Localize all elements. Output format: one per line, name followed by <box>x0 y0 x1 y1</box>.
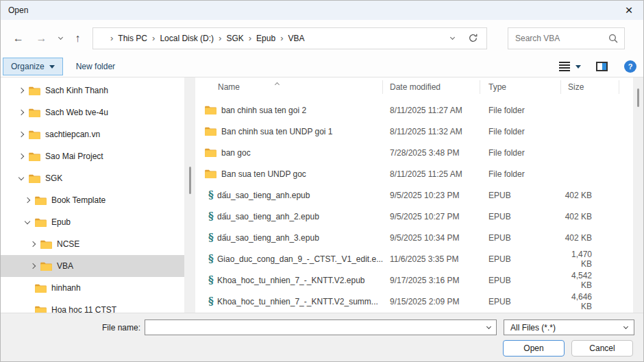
sort-ascending-icon[interactable] <box>275 79 279 88</box>
sidebar-scrollbar[interactable] <box>184 77 195 313</box>
file-row[interactable]: ban chinh sua ten goi 28/11/2025 11:27 A… <box>195 99 633 121</box>
file-size: 402 KB <box>561 233 619 243</box>
file-date-modified: 11/6/2025 3:35 PM <box>383 254 480 264</box>
file-type-select[interactable]: All Files (*.*) <box>504 319 634 335</box>
folder-icon <box>35 196 47 205</box>
sidebar-item-label: VBA <box>57 261 73 271</box>
chevron-right-icon[interactable] <box>17 110 25 114</box>
search-input[interactable]: Search VBA <box>508 27 625 49</box>
folder-icon <box>205 127 216 136</box>
list-scrollbar-thumb[interactable] <box>637 88 639 107</box>
address-bar[interactable]: ›This PC›Local Disk (D:)›SGK›Epub›VBA <box>92 27 487 49</box>
sidebar-item-sachtiepcan-vn[interactable]: sachtiepcan.vn <box>1 123 184 145</box>
sidebar-item-label: Epub <box>51 217 71 227</box>
chevron-down-icon[interactable] <box>23 221 32 224</box>
organize-button[interactable]: Organize <box>3 58 63 75</box>
folder-icon <box>40 262 52 271</box>
file-row[interactable]: §Giao_duc_cong_dan_9_-_CTST._V1_edit.e..… <box>195 248 633 269</box>
open-file-dialog: Open × ← → ↑ ›This PC›Local Disk (D:)›SG… <box>0 0 644 362</box>
chevron-right-icon[interactable] <box>17 132 25 136</box>
epub-file-icon: § <box>205 211 217 221</box>
column-header-size[interactable]: Size <box>561 80 619 94</box>
file-row[interactable]: §dấu_sao_tieng_anh_3.epub9/5/2025 10:34 … <box>195 227 633 248</box>
breadcrumb-separator-icon: › <box>147 33 160 43</box>
file-type: File folder <box>480 127 561 136</box>
file-type: EPUB <box>480 254 561 264</box>
sidebar-item-book-template[interactable]: Book Template <box>1 189 184 211</box>
new-folder-button[interactable]: New folder <box>76 62 115 71</box>
titlebar: Open × <box>1 1 643 20</box>
file-row[interactable]: Ban sua ten UNDP goc8/11/2025 11:25 AMFi… <box>195 163 633 184</box>
column-header-name[interactable]: Name <box>195 80 383 94</box>
views-caret-icon[interactable] <box>575 65 581 69</box>
sidebar-item-sgk[interactable]: SGK <box>1 167 184 189</box>
chevron-right-icon[interactable] <box>29 242 37 246</box>
folder-icon <box>205 169 216 178</box>
address-dropdown-chevron-icon[interactable] <box>450 34 455 39</box>
sidebar-item-label: NCSE <box>57 239 79 249</box>
recent-locations-chevron-icon[interactable] <box>58 34 63 39</box>
breadcrumb-item-sgk[interactable]: SGK <box>226 34 243 43</box>
list-header: Name Date modified Type Size <box>195 77 633 97</box>
sidebar-item-vba[interactable]: VBA <box>1 255 184 277</box>
sidebar-item-ncse[interactable]: NCSE <box>1 233 184 255</box>
file-size: 402 KB <box>561 212 619 221</box>
column-header-date-modified[interactable]: Date modified <box>383 80 480 94</box>
list-scrollbar[interactable] <box>633 77 643 313</box>
file-row[interactable]: §dấu_sao_tieng_anh.epub9/5/2025 10:23 PM… <box>195 184 633 206</box>
breadcrumb-item-local-disk-d[interactable]: Local Disk (D:) <box>160 34 214 43</box>
epub-file-icon: § <box>205 232 217 243</box>
folder-icon <box>29 174 40 183</box>
chevron-down-icon[interactable] <box>17 178 25 180</box>
file-type: EPUB <box>480 212 561 221</box>
file-date-modified: 9/5/2025 10:27 PM <box>383 212 480 221</box>
file-name: Khoa_hoc_tu_nhien_7_-_KNTT.V2.epub <box>217 276 365 285</box>
file-row[interactable]: ban goc7/28/2025 3:48 PMFile folder <box>195 142 633 163</box>
chevron-right-icon[interactable] <box>17 88 25 93</box>
file-type: File folder <box>480 148 561 158</box>
up-icon[interactable]: ↑ <box>75 33 80 44</box>
chevron-right-icon[interactable] <box>23 198 32 202</box>
help-icon[interactable]: ? <box>624 60 636 73</box>
column-header-type[interactable]: Type <box>480 80 561 94</box>
back-icon[interactable]: ← <box>13 33 24 44</box>
file-type: EPUB <box>480 233 561 243</box>
organize-label: Organize <box>11 62 45 71</box>
close-icon[interactable]: × <box>615 1 643 20</box>
file-name: Giao_duc_cong_dan_9_-_CTST._V1_edit.e... <box>217 254 383 264</box>
file-row[interactable]: §dấu_sao_tieng_anh_2.epub9/5/2025 10:27 … <box>195 206 633 227</box>
chevron-right-icon[interactable] <box>29 264 37 268</box>
breadcrumb-item-this-pc[interactable]: This PC <box>118 34 147 43</box>
command-toolbar: Organize New folder ? <box>1 56 643 77</box>
folder-tree: Sach Kinh ThanhSach Web tve-4usachtiepca… <box>1 77 184 313</box>
sidebar-item-epub[interactable]: Epub <box>1 211 184 233</box>
file-name-dropdown-chevron-icon[interactable] <box>486 324 491 328</box>
cancel-button[interactable]: Cancel <box>571 340 633 357</box>
sidebar-item-hinhanh[interactable]: hinhanh <box>1 277 184 299</box>
resize-grip[interactable] <box>640 359 641 360</box>
sidebar-item-hoa-hoc-11-ctst[interactable]: Hoa hoc 11 CTST <box>1 299 184 313</box>
sidebar-item-sach-web-tve-4u[interactable]: Sach Web tve-4u <box>1 101 184 123</box>
file-type-value: All Files (*.*) <box>510 323 556 333</box>
folder-icon <box>40 240 52 249</box>
sidebar-item-sach-kinh-thanh[interactable]: Sach Kinh Thanh <box>1 80 184 101</box>
sidebar-scrollbar-thumb[interactable] <box>189 167 191 194</box>
breadcrumb-item-vba[interactable]: VBA <box>288 34 304 43</box>
folder-icon <box>29 108 40 117</box>
chevron-right-icon[interactable] <box>17 154 25 158</box>
open-button[interactable]: Open <box>503 340 565 357</box>
file-name-input[interactable] <box>145 319 497 335</box>
preview-pane-icon[interactable] <box>596 62 608 71</box>
file-row[interactable]: §Khoa_hoc_tu_nhien_7_-_KNTT.V2.epub9/17/… <box>195 269 633 291</box>
breadcrumb-item-epub[interactable]: Epub <box>256 34 275 43</box>
file-date-modified: 8/11/2025 11:25 AM <box>383 169 480 179</box>
sidebar-item-sao-mai-project[interactable]: Sao Mai Project <box>1 145 184 167</box>
file-type: File folder <box>480 106 561 115</box>
views-list-icon[interactable] <box>559 62 570 71</box>
file-row[interactable]: §Khoa_hoc_tu_nhien_7_-_KNTT.V2_summ...9/… <box>195 291 633 312</box>
file-type: File folder <box>480 169 561 179</box>
file-row[interactable]: Ban chinh sua ten UNDP goi 18/11/2025 11… <box>195 121 633 142</box>
refresh-icon[interactable] <box>468 33 478 43</box>
epub-file-icon: § <box>205 275 217 285</box>
address-bar-controls <box>451 33 482 43</box>
